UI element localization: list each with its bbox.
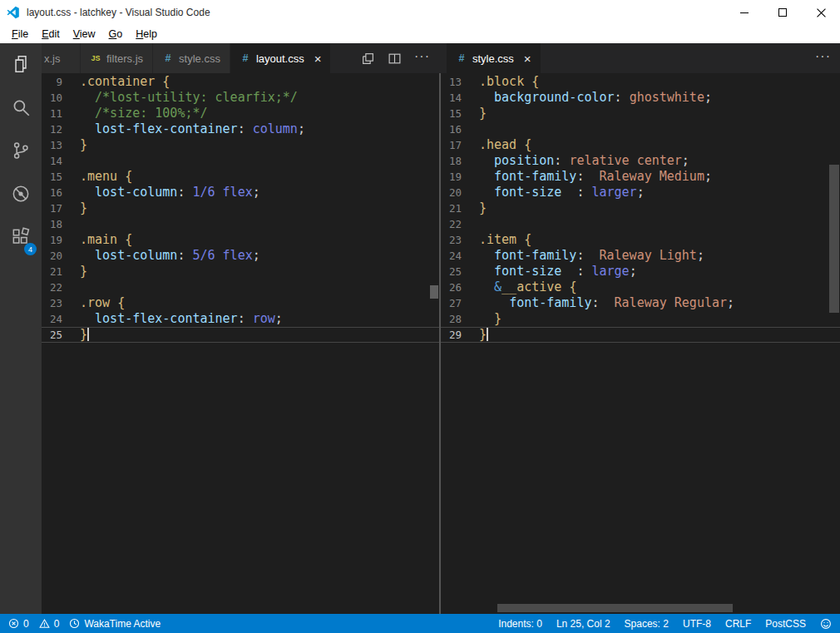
code-line-27[interactable]: 27 font-family: Raleway Regular;: [441, 295, 840, 311]
status-encoding[interactable]: UTF-8: [683, 618, 711, 630]
js-file-icon: JS: [90, 54, 101, 62]
tab-close-icon[interactable]: ×: [524, 52, 531, 65]
line-number: 17: [441, 137, 479, 153]
tab-filters-js[interactable]: JSfilters.js: [81, 43, 153, 73]
code-line-23[interactable]: 23.row {: [42, 295, 439, 311]
maximize-button[interactable]: [763, 0, 802, 25]
editor-style-css[interactable]: 13.block {14 background-color: ghostwhit…: [441, 73, 840, 614]
split-editor-icon[interactable]: [361, 52, 375, 66]
vertical-scrollbar[interactable]: [829, 165, 839, 313]
activity-search[interactable]: [9, 97, 32, 121]
code-line-17[interactable]: 17.head {: [441, 137, 840, 153]
toggle-layout-icon[interactable]: [388, 52, 402, 66]
code-line-14[interactable]: 14 background-color: ghostwhite;: [441, 90, 840, 106]
status-eol[interactable]: CRLF: [725, 618, 751, 630]
tab-layout-css[interactable]: #layout.css×: [230, 43, 332, 73]
code-line-28[interactable]: 28 }: [441, 311, 840, 327]
code-line-24[interactable]: 24 lost-flex-container: row;: [42, 311, 439, 327]
menu-view[interactable]: View: [67, 28, 102, 40]
tab-actions: ···: [352, 43, 439, 73]
css-file-icon: #: [240, 52, 251, 64]
code-line-21[interactable]: 21}: [42, 264, 439, 279]
line-number: 28: [441, 311, 479, 327]
line-number: 20: [441, 185, 479, 200]
more-actions-icon[interactable]: ···: [815, 50, 831, 67]
vscode-logo-icon: [7, 6, 20, 19]
tab-style-css[interactable]: #style.css×: [447, 43, 541, 73]
code-line-23[interactable]: 23.item {: [441, 232, 840, 248]
tab-x-js[interactable]: x.js: [42, 43, 81, 73]
line-number: 23: [441, 232, 479, 248]
code-line-20[interactable]: 20 lost-column: 5/6 flex;: [42, 248, 439, 264]
code-line-24[interactable]: 24 font-family: Raleway Light;: [441, 248, 840, 264]
status-feedback[interactable]: [820, 618, 832, 630]
code-line-14[interactable]: 14: [42, 153, 439, 169]
code-line-10[interactable]: 10 /*lost-utility: clearfix;*/: [42, 90, 439, 106]
code-line-22[interactable]: 22: [42, 279, 439, 295]
tab-label: style.css: [472, 52, 514, 65]
line-number: 27: [441, 295, 479, 311]
code-line-21[interactable]: 21}: [441, 200, 840, 216]
activity-explorer[interactable]: [9, 54, 32, 77]
minimize-button[interactable]: [725, 0, 763, 25]
code-line-11[interactable]: 11 /*size: 100%;*/: [42, 106, 439, 121]
tab-actions: ···: [806, 43, 840, 73]
line-number: 20: [42, 248, 80, 264]
more-actions-icon[interactable]: ···: [414, 50, 430, 67]
code-line-18[interactable]: 18: [42, 216, 439, 232]
code-line-17[interactable]: 17}: [42, 200, 439, 216]
menu-file[interactable]: File: [5, 28, 35, 40]
status-indents[interactable]: Indents: 0: [498, 618, 542, 630]
line-number: 17: [42, 200, 80, 216]
close-button[interactable]: [802, 0, 840, 25]
menu-help[interactable]: Help: [129, 28, 164, 40]
code-line-26[interactable]: 26 &__active {: [441, 279, 840, 295]
status-label: Indents: 0: [498, 618, 542, 630]
line-number: 19: [441, 169, 479, 185]
editor-layout-css[interactable]: 9.container {10 /*lost-utility: clearfix…: [42, 73, 439, 614]
horizontal-scrollbar[interactable]: [497, 604, 733, 612]
status-label: 0: [54, 618, 60, 630]
code-line-13[interactable]: 13.block {: [441, 74, 840, 90]
status-language-mode[interactable]: PostCSS: [765, 618, 806, 630]
menu-edit[interactable]: Edit: [35, 28, 67, 40]
window-title: layout.css - latchkey - Visual Studio Co…: [27, 7, 210, 18]
code-line-29[interactable]: 29}: [441, 327, 840, 343]
warning-icon: [39, 618, 50, 629]
window-controls: [725, 0, 840, 25]
status-errors[interactable]: 0: [8, 618, 29, 630]
activity-extensions[interactable]: 4: [9, 227, 32, 250]
tab-close-icon[interactable]: ×: [314, 52, 322, 65]
explorer-icon: [10, 53, 32, 78]
line-number: 15: [441, 106, 479, 121]
code-line-15[interactable]: 15}: [441, 106, 840, 121]
code-line-25[interactable]: 25 font-size : large;: [441, 264, 840, 279]
activity-debug[interactable]: [9, 184, 32, 207]
status-indentation[interactable]: Spaces: 2: [625, 618, 669, 630]
code-line-19[interactable]: 19.main {: [42, 232, 439, 248]
code-line-20[interactable]: 20 font-size : larger;: [441, 185, 840, 200]
status-warnings[interactable]: 0: [39, 618, 60, 630]
code-line-18[interactable]: 18 position: relative center;: [441, 153, 840, 169]
line-number: 21: [441, 200, 479, 216]
code-line-16[interactable]: 16 lost-column: 1/6 flex;: [42, 185, 439, 200]
code-line-12[interactable]: 12 lost-flex-container: column;: [42, 121, 439, 137]
status-wakatime[interactable]: WakaTime Active: [69, 618, 161, 630]
code-line-22[interactable]: 22: [441, 216, 840, 232]
line-number: 25: [441, 264, 479, 279]
code-line-9[interactable]: 9.container {: [42, 74, 439, 90]
line-number: 13: [441, 74, 479, 90]
code-line-25[interactable]: 25}: [42, 327, 439, 343]
code-line-19[interactable]: 19 font-family: Raleway Medium;: [441, 169, 840, 185]
code-line-15[interactable]: 15.menu {: [42, 169, 439, 185]
code-line-13[interactable]: 13}: [42, 137, 439, 153]
tab-style-css[interactable]: #style.css: [153, 43, 230, 73]
activity-source-control[interactable]: [9, 141, 32, 164]
status-cursor-position[interactable]: Ln 25, Col 2: [556, 618, 610, 630]
line-number: 23: [42, 295, 80, 311]
code-line-16[interactable]: 16: [441, 121, 840, 137]
line-number: 26: [441, 279, 479, 295]
line-number: 22: [441, 216, 479, 232]
menu-go[interactable]: Go: [102, 28, 130, 40]
tab-label: x.js: [44, 52, 61, 65]
